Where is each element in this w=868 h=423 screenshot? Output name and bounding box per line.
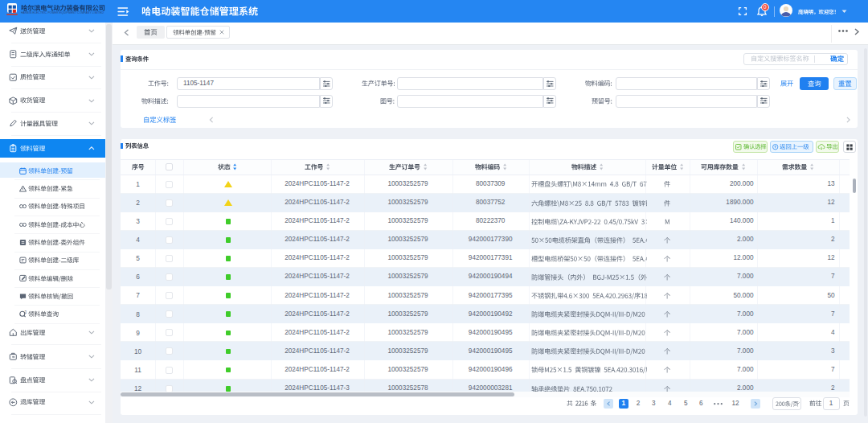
svg-text:3: 3 bbox=[24, 310, 27, 314]
